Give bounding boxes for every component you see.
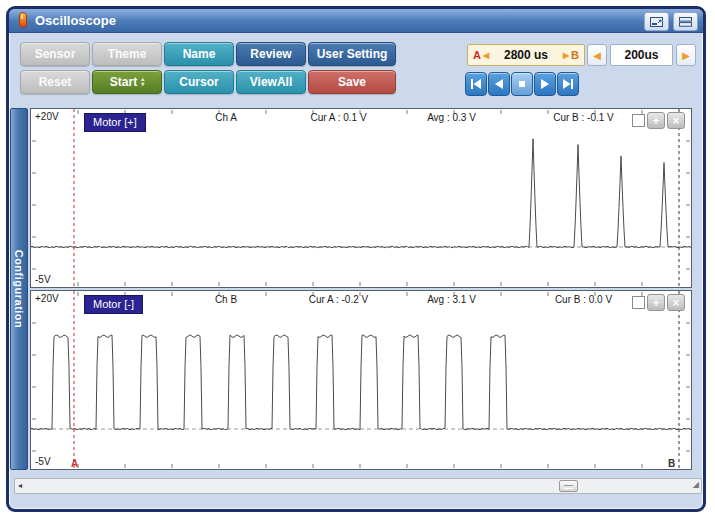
cursor-a-marker: A — [71, 458, 78, 469]
play-forward-button[interactable] — [534, 72, 556, 96]
title-bar: Oscilloscope — [9, 9, 703, 33]
horizontal-scrollbar[interactable]: ◂ ◢ — [14, 478, 702, 494]
timebase-increase-button[interactable]: ▶ — [676, 44, 696, 66]
close-icon: × — [672, 297, 679, 309]
channel-name-badge: Motor [+] — [84, 113, 146, 132]
stop-button[interactable] — [511, 72, 533, 96]
stack-layout-icon — [679, 17, 692, 27]
cursor-b-triangle-icon: ▶ — [561, 51, 571, 60]
review-button[interactable]: Review — [236, 42, 306, 66]
plus-icon: + — [652, 115, 659, 127]
cursor-button-label: Cursor — [179, 75, 218, 89]
ab-range-value: 2800 us — [491, 48, 561, 62]
channel-visible-checkbox[interactable] — [632, 114, 645, 127]
voltage-top-label: +20V — [35, 111, 59, 122]
window-controls — [644, 12, 698, 31]
channel-label: Ch B — [181, 294, 271, 305]
left-triangle-icon: ◀ — [593, 50, 601, 61]
ab-range-display[interactable]: A ◀ 2800 us ▶ B — [467, 44, 585, 66]
skip-start-icon — [470, 78, 482, 90]
save-button-label: Save — [338, 75, 366, 89]
theme-button[interactable]: Theme — [92, 42, 162, 66]
name-button[interactable]: Name — [164, 42, 234, 66]
waveform-chart-b[interactable] — [31, 291, 691, 469]
viewall-button[interactable]: ViewAll — [236, 70, 306, 94]
stop-icon — [516, 78, 528, 90]
reset-button-label: Reset — [39, 75, 72, 89]
start-spinner-icon[interactable]: ▴ ▾ — [141, 77, 144, 87]
resize-corner-icon[interactable]: ◢ — [693, 480, 699, 489]
layout-toggle-button[interactable] — [673, 12, 698, 31]
plus-icon: + — [652, 297, 659, 309]
average-value: Avg : 0.3 V — [399, 112, 504, 123]
cursor-b-value: Cur B : 0.0 V — [521, 294, 646, 305]
scroll-left-icon[interactable]: ◂ — [18, 481, 22, 490]
skip-start-button[interactable] — [465, 72, 487, 96]
cursor-a-triangle-icon: ◀ — [481, 51, 491, 60]
timebase-display: 200us — [610, 44, 673, 66]
panel-controls: + × — [632, 294, 685, 311]
user-setting-button[interactable]: User Setting — [308, 42, 396, 66]
configuration-tab[interactable]: Configuration — [10, 108, 28, 470]
right-triangle-icon: ▶ — [682, 50, 690, 61]
scope-panel-b: +20V Motor [-] Ch B Cur A : -0.2 V Avg :… — [30, 290, 692, 470]
user-setting-button-label: User Setting — [317, 47, 388, 61]
name-button-label: Name — [183, 47, 216, 61]
step-back-button[interactable] — [488, 72, 510, 96]
panel-expand-button[interactable]: + — [647, 112, 665, 129]
export-window-icon — [650, 17, 663, 27]
spinner-down-icon: ▾ — [141, 82, 144, 87]
voltage-bottom-label: -5V — [35, 456, 51, 467]
timebase-decrease-button[interactable]: ◀ — [587, 44, 607, 66]
cursor-a-value: Cur A : 0.1 V — [276, 112, 401, 123]
page: { "window": { "title": "Oscilloscope" },… — [0, 0, 715, 520]
review-button-label: Review — [250, 47, 291, 61]
save-button[interactable]: Save — [308, 70, 396, 94]
channel-label: Ch A — [181, 112, 271, 123]
cursor-b-label: B — [571, 49, 579, 61]
panel-close-button[interactable]: × — [667, 112, 685, 129]
viewall-button-label: ViewAll — [250, 75, 292, 89]
scrollbar-thumb[interactable] — [559, 480, 578, 492]
close-icon: × — [672, 115, 679, 127]
theme-button-label: Theme — [108, 47, 147, 61]
step-back-icon — [493, 78, 505, 90]
panel-expand-button[interactable]: + — [647, 294, 665, 311]
window-title: Oscilloscope — [35, 13, 116, 28]
cursor-button[interactable]: Cursor — [164, 70, 234, 94]
configuration-tab-label: Configuration — [13, 250, 25, 329]
capture-window-button[interactable] — [644, 12, 669, 31]
cursor-b-value: Cur B : -0.1 V — [521, 112, 646, 123]
channel-name-badge: Motor [-] — [84, 295, 143, 314]
sensor-button[interactable]: Sensor — [20, 42, 90, 66]
channel-visible-checkbox[interactable] — [632, 296, 645, 309]
panel-controls: + × — [632, 112, 685, 129]
skip-end-button[interactable] — [557, 72, 579, 96]
voltage-top-label: +20V — [35, 293, 59, 304]
start-button-label: Start — [110, 75, 137, 89]
scope-panel-a: +20V Motor [+] Ch A Cur A : 0.1 V Avg : … — [30, 108, 692, 288]
skip-end-icon — [562, 78, 574, 90]
waveform-chart-a[interactable] — [31, 109, 691, 287]
app-icon — [18, 12, 28, 32]
sensor-button-label: Sensor — [35, 47, 76, 61]
oscilloscope-window: Oscilloscope Sensor Theme Name Revie — [6, 6, 706, 512]
cursor-a-value: Cur A : -0.2 V — [276, 294, 401, 305]
play-forward-icon — [539, 78, 551, 90]
reset-button[interactable]: Reset — [20, 70, 90, 94]
cursor-a-label: A — [473, 49, 481, 61]
cursor-b-marker: B — [668, 458, 675, 469]
start-button[interactable]: Start ▴ ▾ — [92, 70, 162, 94]
average-value: Avg : 3.1 V — [399, 294, 504, 305]
voltage-bottom-label: -5V — [35, 274, 51, 285]
panel-close-button[interactable]: × — [667, 294, 685, 311]
